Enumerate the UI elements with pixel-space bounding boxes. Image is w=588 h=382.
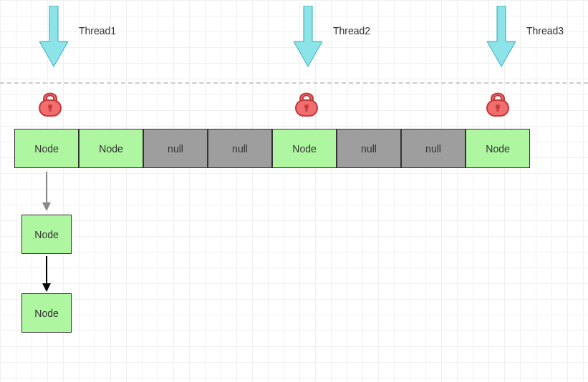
thread-arrow-1 bbox=[39, 6, 68, 67]
thread-label-2: Thread2 bbox=[333, 25, 370, 36]
thread-arrow-2 bbox=[294, 6, 322, 67]
svg-rect-8 bbox=[497, 107, 499, 112]
array-cell-4: Node bbox=[272, 129, 337, 168]
chain-node-2: Node bbox=[21, 293, 72, 333]
array-cell-3: null bbox=[208, 129, 272, 168]
array-cell-2: null bbox=[143, 129, 208, 168]
lock-icon-1 bbox=[36, 86, 64, 118]
array-cell-1: Node bbox=[79, 129, 143, 168]
thread-label-1: Thread1 bbox=[79, 25, 116, 36]
chain-node-1: Node bbox=[21, 215, 72, 254]
dashed-separator bbox=[0, 82, 588, 84]
array-cell-0: Node bbox=[14, 129, 79, 168]
svg-rect-2 bbox=[49, 107, 52, 112]
svg-marker-12 bbox=[42, 283, 51, 292]
array-cell-5: null bbox=[337, 129, 401, 168]
array-cell-6: null bbox=[401, 129, 466, 168]
array-cell-7: Node bbox=[466, 129, 530, 168]
hash-array: Node Node null null Node null null Node bbox=[14, 129, 530, 168]
lock-icon-2 bbox=[292, 86, 321, 118]
lock-icon-3 bbox=[483, 86, 512, 118]
thread-arrow-3 bbox=[487, 6, 516, 67]
chain-link-arrow-2 bbox=[39, 256, 54, 292]
svg-rect-5 bbox=[306, 107, 308, 112]
chain-link-arrow-1 bbox=[39, 172, 54, 207]
svg-marker-10 bbox=[42, 202, 51, 211]
thread-label-3: Thread3 bbox=[526, 25, 564, 36]
